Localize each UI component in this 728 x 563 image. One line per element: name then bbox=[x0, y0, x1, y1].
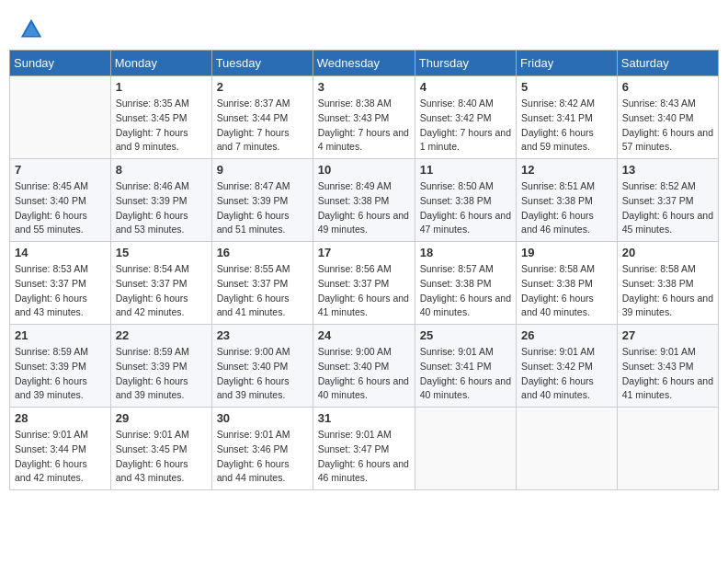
day-number: 14 bbox=[15, 246, 106, 259]
calendar-cell: 5Sunrise: 8:42 AMSunset: 3:41 PMDaylight… bbox=[517, 76, 618, 159]
day-info: Sunrise: 8:40 AMSunset: 3:42 PMDaylight:… bbox=[420, 97, 511, 155]
day-info: Sunrise: 8:58 AMSunset: 3:38 PMDaylight:… bbox=[622, 262, 713, 320]
day-number: 27 bbox=[622, 328, 713, 342]
day-number: 26 bbox=[521, 328, 612, 342]
day-number: 29 bbox=[116, 411, 207, 425]
day-info: Sunrise: 8:57 AMSunset: 3:38 PMDaylight:… bbox=[420, 262, 511, 320]
calendar-cell: 1Sunrise: 8:35 AMSunset: 3:45 PMDaylight… bbox=[110, 76, 211, 159]
calendar-table: SundayMondayTuesdayWednesdayThursdayFrid… bbox=[9, 50, 719, 490]
day-of-week-header: Sunday bbox=[10, 51, 111, 76]
day-number: 4 bbox=[420, 80, 511, 94]
day-info: Sunrise: 8:38 AMSunset: 3:43 PMDaylight:… bbox=[318, 97, 410, 155]
day-number: 30 bbox=[217, 411, 308, 425]
calendar-cell: 12Sunrise: 8:51 AMSunset: 3:38 PMDayligh… bbox=[517, 159, 618, 242]
day-info: Sunrise: 8:53 AMSunset: 3:37 PMDaylight:… bbox=[15, 262, 106, 320]
calendar-cell: 15Sunrise: 8:54 AMSunset: 3:37 PMDayligh… bbox=[110, 242, 211, 325]
day-of-week-header: Wednesday bbox=[313, 51, 415, 76]
day-number: 7 bbox=[15, 163, 106, 177]
logo-icon bbox=[18, 17, 44, 42]
page-header bbox=[9, 9, 719, 42]
day-info: Sunrise: 9:01 AMSunset: 3:44 PMDaylight:… bbox=[15, 428, 106, 486]
day-info: Sunrise: 8:52 AMSunset: 3:37 PMDaylight:… bbox=[622, 179, 713, 237]
calendar-cell: 11Sunrise: 8:50 AMSunset: 3:38 PMDayligh… bbox=[415, 159, 516, 242]
calendar-cell: 4Sunrise: 8:40 AMSunset: 3:42 PMDaylight… bbox=[415, 76, 516, 159]
calendar-cell: 6Sunrise: 8:43 AMSunset: 3:40 PMDaylight… bbox=[617, 76, 718, 159]
calendar-cell bbox=[415, 408, 516, 490]
calendar-cell: 20Sunrise: 8:58 AMSunset: 3:38 PMDayligh… bbox=[617, 242, 718, 325]
calendar-cell: 8Sunrise: 8:46 AMSunset: 3:39 PMDaylight… bbox=[110, 159, 211, 242]
day-number: 3 bbox=[318, 80, 410, 94]
day-number: 16 bbox=[217, 246, 308, 259]
day-number: 20 bbox=[622, 246, 713, 259]
calendar-cell: 24Sunrise: 9:00 AMSunset: 3:40 PMDayligh… bbox=[313, 325, 415, 408]
day-of-week-header: Thursday bbox=[415, 51, 516, 76]
day-number: 11 bbox=[420, 163, 511, 177]
calendar-cell: 19Sunrise: 8:58 AMSunset: 3:38 PMDayligh… bbox=[517, 242, 618, 325]
day-of-week-header: Tuesday bbox=[211, 51, 313, 76]
day-info: Sunrise: 8:56 AMSunset: 3:37 PMDaylight:… bbox=[318, 262, 410, 320]
day-info: Sunrise: 8:42 AMSunset: 3:41 PMDaylight:… bbox=[521, 97, 612, 155]
day-info: Sunrise: 8:55 AMSunset: 3:37 PMDaylight:… bbox=[217, 262, 308, 320]
calendar-cell: 29Sunrise: 9:01 AMSunset: 3:45 PMDayligh… bbox=[110, 408, 211, 490]
day-number: 10 bbox=[318, 163, 410, 177]
calendar-cell: 17Sunrise: 8:56 AMSunset: 3:37 PMDayligh… bbox=[313, 242, 415, 325]
calendar-week-row: 1Sunrise: 8:35 AMSunset: 3:45 PMDaylight… bbox=[10, 76, 719, 159]
day-info: Sunrise: 8:59 AMSunset: 3:39 PMDaylight:… bbox=[15, 345, 106, 403]
day-number: 19 bbox=[521, 246, 612, 259]
day-info: Sunrise: 9:01 AMSunset: 3:42 PMDaylight:… bbox=[521, 345, 612, 403]
day-info: Sunrise: 9:01 AMSunset: 3:45 PMDaylight:… bbox=[116, 428, 207, 486]
day-info: Sunrise: 8:51 AMSunset: 3:38 PMDaylight:… bbox=[521, 179, 612, 237]
day-number: 18 bbox=[420, 246, 511, 259]
calendar-cell: 26Sunrise: 9:01 AMSunset: 3:42 PMDayligh… bbox=[517, 325, 618, 408]
calendar-cell: 21Sunrise: 8:59 AMSunset: 3:39 PMDayligh… bbox=[10, 325, 111, 408]
day-info: Sunrise: 8:35 AMSunset: 3:45 PMDaylight:… bbox=[116, 97, 207, 155]
day-number: 6 bbox=[622, 80, 713, 94]
calendar-cell: 18Sunrise: 8:57 AMSunset: 3:38 PMDayligh… bbox=[415, 242, 516, 325]
calendar-cell: 25Sunrise: 9:01 AMSunset: 3:41 PMDayligh… bbox=[415, 325, 516, 408]
day-info: Sunrise: 9:01 AMSunset: 3:47 PMDaylight:… bbox=[318, 428, 410, 486]
day-info: Sunrise: 8:49 AMSunset: 3:38 PMDaylight:… bbox=[318, 179, 410, 237]
day-number: 13 bbox=[622, 163, 713, 177]
day-number: 21 bbox=[15, 328, 106, 342]
day-info: Sunrise: 9:00 AMSunset: 3:40 PMDaylight:… bbox=[217, 345, 308, 403]
day-info: Sunrise: 8:46 AMSunset: 3:39 PMDaylight:… bbox=[116, 179, 207, 237]
day-of-week-header: Monday bbox=[110, 51, 211, 76]
day-number: 24 bbox=[318, 328, 410, 342]
day-number: 12 bbox=[521, 163, 612, 177]
day-number: 23 bbox=[217, 328, 308, 342]
day-of-week-header: Friday bbox=[517, 51, 618, 76]
calendar-cell bbox=[517, 408, 618, 490]
day-info: Sunrise: 8:50 AMSunset: 3:38 PMDaylight:… bbox=[420, 179, 511, 237]
calendar-cell bbox=[617, 408, 718, 490]
day-number: 28 bbox=[15, 411, 106, 425]
calendar-header-row: SundayMondayTuesdayWednesdayThursdayFrid… bbox=[10, 51, 719, 76]
calendar-cell: 2Sunrise: 8:37 AMSunset: 3:44 PMDaylight… bbox=[211, 76, 313, 159]
calendar-week-row: 21Sunrise: 8:59 AMSunset: 3:39 PMDayligh… bbox=[10, 325, 719, 408]
day-number: 1 bbox=[116, 80, 207, 94]
logo bbox=[18, 17, 48, 42]
calendar-cell: 31Sunrise: 9:01 AMSunset: 3:47 PMDayligh… bbox=[313, 408, 415, 490]
day-info: Sunrise: 9:01 AMSunset: 3:46 PMDaylight:… bbox=[217, 428, 308, 486]
day-of-week-header: Saturday bbox=[617, 51, 718, 76]
day-number: 17 bbox=[318, 246, 410, 259]
calendar-cell: 9Sunrise: 8:47 AMSunset: 3:39 PMDaylight… bbox=[211, 159, 313, 242]
day-info: Sunrise: 9:00 AMSunset: 3:40 PMDaylight:… bbox=[318, 345, 410, 403]
calendar-cell: 16Sunrise: 8:55 AMSunset: 3:37 PMDayligh… bbox=[211, 242, 313, 325]
calendar-cell: 27Sunrise: 9:01 AMSunset: 3:43 PMDayligh… bbox=[617, 325, 718, 408]
calendar-cell: 3Sunrise: 8:38 AMSunset: 3:43 PMDaylight… bbox=[313, 76, 415, 159]
calendar-cell: 22Sunrise: 8:59 AMSunset: 3:39 PMDayligh… bbox=[110, 325, 211, 408]
day-info: Sunrise: 8:37 AMSunset: 3:44 PMDaylight:… bbox=[217, 97, 308, 155]
calendar-cell: 23Sunrise: 9:00 AMSunset: 3:40 PMDayligh… bbox=[211, 325, 313, 408]
day-number: 31 bbox=[318, 411, 410, 425]
day-info: Sunrise: 8:59 AMSunset: 3:39 PMDaylight:… bbox=[116, 345, 207, 403]
day-number: 15 bbox=[116, 246, 207, 259]
calendar-week-row: 14Sunrise: 8:53 AMSunset: 3:37 PMDayligh… bbox=[10, 242, 719, 325]
day-number: 22 bbox=[116, 328, 207, 342]
day-info: Sunrise: 8:58 AMSunset: 3:38 PMDaylight:… bbox=[521, 262, 612, 320]
day-info: Sunrise: 9:01 AMSunset: 3:41 PMDaylight:… bbox=[420, 345, 511, 403]
calendar-cell: 14Sunrise: 8:53 AMSunset: 3:37 PMDayligh… bbox=[10, 242, 111, 325]
day-info: Sunrise: 8:45 AMSunset: 3:40 PMDaylight:… bbox=[15, 179, 106, 237]
calendar-cell: 10Sunrise: 8:49 AMSunset: 3:38 PMDayligh… bbox=[313, 159, 415, 242]
calendar-cell: 30Sunrise: 9:01 AMSunset: 3:46 PMDayligh… bbox=[211, 408, 313, 490]
calendar-cell bbox=[10, 76, 111, 159]
